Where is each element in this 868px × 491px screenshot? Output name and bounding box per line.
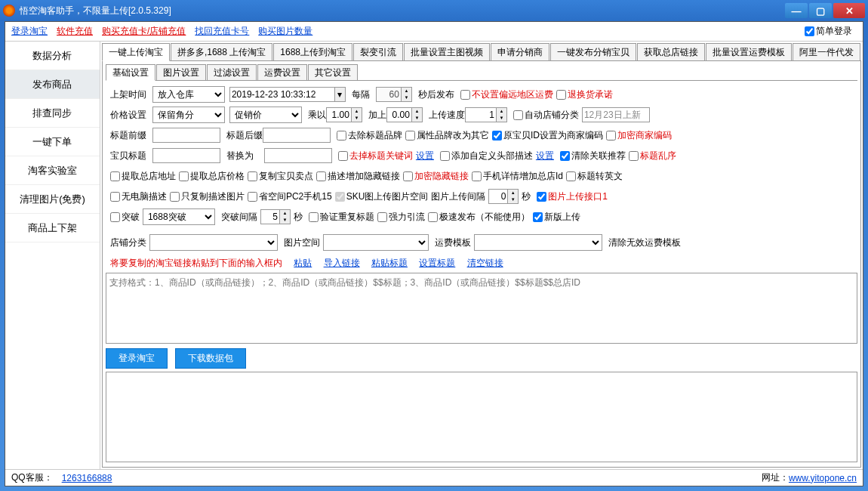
encrypt-code-checkbox[interactable]: 加密商家编码 bbox=[606, 129, 672, 142]
tab-publish-dist[interactable]: 一键发布分销宝贝 bbox=[550, 43, 636, 60]
suffix-input[interactable] bbox=[263, 128, 331, 143]
upload-if1-checkbox[interactable]: 图片上传接口1 bbox=[537, 190, 608, 203]
clear-invalid-link[interactable]: 清除无效运费模板 bbox=[608, 236, 681, 249]
sec-label2: 秒 bbox=[294, 211, 303, 224]
sku-img-checkbox[interactable]: SKU图上传图片空间 bbox=[335, 190, 429, 203]
desc-hide-checkbox[interactable]: 描述增加隐藏链接 bbox=[316, 170, 400, 183]
shop-cat-select[interactable] bbox=[149, 234, 278, 251]
sidebar-item-shelf[interactable]: 商品上下架 bbox=[5, 214, 100, 242]
tab-pdd-1688[interactable]: 拼多多,1688 上传淘宝 bbox=[171, 43, 272, 60]
login-taobao-button[interactable]: 登录淘宝 bbox=[106, 348, 168, 369]
tab-video[interactable]: 批量设置主图视频 bbox=[404, 43, 490, 60]
maximize-button[interactable]: ▢ bbox=[809, 3, 832, 18]
minimize-button[interactable]: — bbox=[785, 3, 808, 18]
datetime-spin[interactable]: ▾ bbox=[335, 87, 346, 102]
rm-kw-checkbox[interactable]: 去掉标题关键词 bbox=[338, 150, 413, 162]
tab-image[interactable]: 图片设置 bbox=[156, 64, 206, 80]
sidebar-item-cleanimg[interactable]: 清理图片(免费) bbox=[5, 185, 100, 214]
sidebar-item-publish[interactable]: 发布商品 bbox=[5, 70, 100, 99]
qq-number-link[interactable]: 1263166888 bbox=[62, 473, 112, 483]
only-img-checkbox[interactable]: 只复制描述图片 bbox=[170, 190, 245, 203]
img-space-select[interactable] bbox=[323, 234, 429, 251]
copy-point-checkbox[interactable]: 复制宝贝卖点 bbox=[248, 170, 313, 183]
sidebar-item-sync[interactable]: 排查同步 bbox=[5, 99, 100, 128]
tab-distributor[interactable]: 申请分销商 bbox=[491, 43, 549, 60]
break-spinner[interactable]: ▲▼ bbox=[260, 209, 291, 224]
prefix-input[interactable] bbox=[152, 128, 220, 143]
links-textarea[interactable] bbox=[106, 273, 857, 344]
add-spinner[interactable]: ▲▼ bbox=[386, 107, 423, 122]
clear-rec-checkbox[interactable]: 清除关联推荐 bbox=[560, 150, 626, 162]
break-int-label: 突破间隔 bbox=[221, 211, 257, 224]
title-en-checkbox[interactable]: 标题转英文 bbox=[566, 170, 623, 183]
buy-card-link[interactable]: 购买充值卡/店铺充值 bbox=[102, 25, 186, 38]
set-kw-link[interactable]: 设置 bbox=[416, 150, 434, 162]
new-ver-checkbox[interactable]: 新版上传 bbox=[533, 211, 580, 224]
simple-login-checkbox[interactable]: 简单登录 bbox=[805, 25, 852, 38]
strong-checkbox[interactable]: 强力引流 bbox=[377, 211, 425, 224]
tab-upload-taobao[interactable]: 一键上传淘宝 bbox=[102, 43, 170, 61]
soft-recharge-link[interactable]: 软件充值 bbox=[57, 25, 93, 38]
sidebar-item-order[interactable]: 一键下单 bbox=[5, 128, 100, 156]
outer-tabs: 一键上传淘宝 拼多多,1688 上传淘宝 1688上传到淘宝 裂变引流 批量设置… bbox=[102, 43, 861, 61]
orig-id-checkbox[interactable]: 原宝贝ID设置为商家编码 bbox=[492, 129, 603, 142]
download-pack-button[interactable]: 下载数据包 bbox=[175, 348, 246, 369]
fee-tpl-select[interactable] bbox=[474, 234, 602, 251]
tab-1688-taobao[interactable]: 1688上传到淘宝 bbox=[273, 43, 352, 60]
tab-basic[interactable]: 基础设置 bbox=[106, 64, 155, 81]
buy-img-qty-link[interactable]: 购买图片数量 bbox=[258, 25, 312, 38]
site-link[interactable]: www.yitopone.cn bbox=[789, 473, 857, 483]
add-head-checkbox[interactable]: 添加自定义头部描述 bbox=[440, 150, 533, 162]
qq-label: QQ客服： bbox=[11, 471, 53, 484]
mul-spinner[interactable]: ▲▼ bbox=[326, 107, 362, 122]
get-addr-checkbox[interactable]: 提取总店地址 bbox=[110, 170, 176, 183]
no-pc-checkbox[interactable]: 无电脑描述 bbox=[110, 190, 167, 203]
tab-filter[interactable]: 过滤设置 bbox=[207, 64, 257, 80]
attr-other-checkbox[interactable]: 属性品牌改为其它 bbox=[405, 129, 489, 142]
get-price-checkbox[interactable]: 提取总店价格 bbox=[179, 170, 245, 183]
save-pc2-checkbox[interactable]: 省空间PC2手机15 bbox=[248, 190, 332, 203]
return-promise-checkbox[interactable]: 退换货承诺 bbox=[556, 88, 613, 101]
tab-fission[interactable]: 裂变引流 bbox=[353, 43, 403, 60]
replace-input[interactable] bbox=[264, 148, 332, 163]
log-textarea[interactable] bbox=[106, 372, 857, 462]
break-select[interactable]: 1688突破 bbox=[143, 208, 215, 225]
tab-other[interactable]: 其它设置 bbox=[308, 64, 358, 80]
item-title-label: 宝贝标题 bbox=[110, 150, 152, 162]
rm-brand-checkbox[interactable]: 去除标题品牌 bbox=[337, 129, 402, 142]
break-checkbox[interactable]: 突破 bbox=[110, 211, 140, 224]
set-head-link[interactable]: 设置 bbox=[536, 150, 554, 162]
detail-total-checkbox[interactable]: 手机详情增加总店Id bbox=[472, 170, 563, 183]
sidebar-item-lab[interactable]: 淘客实验室 bbox=[5, 156, 100, 185]
no-remote-fee-checkbox[interactable]: 不设置偏远地区运费 bbox=[460, 88, 553, 101]
tab-fee-tpl[interactable]: 批量设置运费模板 bbox=[706, 43, 792, 60]
clear-link[interactable]: 清空链接 bbox=[467, 258, 503, 268]
fast-pub-checkbox[interactable]: 极速发布（不能使用） bbox=[428, 211, 530, 224]
speed-spinner[interactable]: ▲▼ bbox=[465, 107, 507, 122]
tab-ali-dropship[interactable]: 阿里一件代发 bbox=[793, 43, 860, 60]
encrypt-hide-checkbox[interactable]: 加密隐藏链接 bbox=[403, 170, 469, 183]
find-card-link[interactable]: 找回充值卡号 bbox=[195, 25, 249, 38]
login-taobao-link[interactable]: 登录淘宝 bbox=[11, 25, 48, 38]
set-title-link[interactable]: 设置标题 bbox=[419, 258, 455, 268]
img-interval-spinner[interactable]: ▲▼ bbox=[488, 189, 519, 204]
item-title-input[interactable] bbox=[152, 148, 220, 163]
keep-jiao-select[interactable]: 保留角分 bbox=[152, 107, 225, 123]
auto-cat-checkbox[interactable]: 自动店铺分类 bbox=[513, 109, 579, 122]
promo-select[interactable]: 促销价 bbox=[229, 107, 302, 123]
close-button[interactable]: ✕ bbox=[833, 3, 865, 18]
sidebar-item-analysis[interactable]: 数据分析 bbox=[5, 42, 100, 70]
paste-link[interactable]: 粘贴 bbox=[294, 258, 312, 268]
title-shuffle-checkbox[interactable]: 标题乱序 bbox=[629, 150, 676, 162]
interval-spinner[interactable]: ▲▼ bbox=[376, 87, 412, 102]
import-link[interactable]: 导入链接 bbox=[324, 258, 360, 268]
instruction-text: 将要复制的淘宝链接粘贴到下面的输入框内 粘贴 导入链接 粘贴标题 设置标题 清空… bbox=[110, 257, 857, 270]
datetime-input[interactable] bbox=[229, 87, 335, 102]
inner-tabs: 基础设置 图片设置 过滤设置 运费设置 其它设置 bbox=[106, 64, 857, 81]
tab-get-link[interactable]: 获取总店链接 bbox=[637, 43, 705, 60]
paste-title-link[interactable]: 粘贴标题 bbox=[371, 258, 408, 268]
warehouse-select[interactable]: 放入仓库 bbox=[152, 86, 225, 103]
tab-fee[interactable]: 运费设置 bbox=[257, 64, 307, 80]
verify-dup-checkbox[interactable]: 验证重复标题 bbox=[309, 211, 374, 224]
date-new-input[interactable] bbox=[582, 107, 650, 122]
